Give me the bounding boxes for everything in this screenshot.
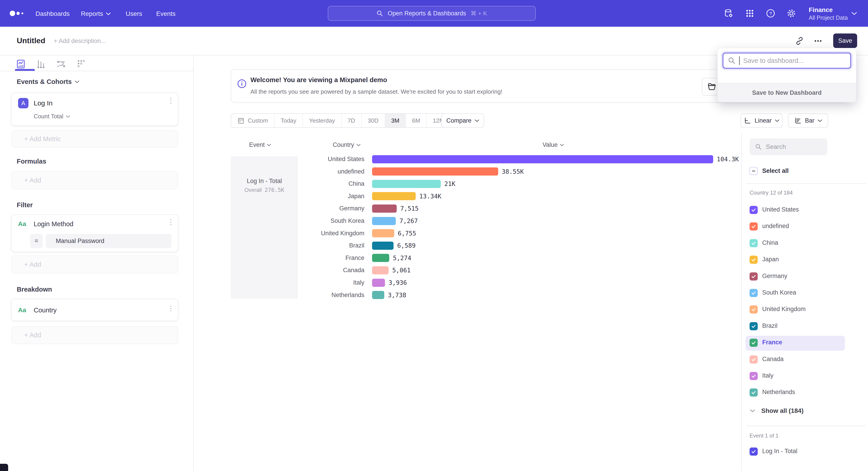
legend-label-italy[interactable]: Italy bbox=[762, 372, 774, 379]
filter-card-login-method[interactable]: Aa Login Method ⋮ = Manual Password bbox=[11, 214, 178, 252]
legend-label-south-korea[interactable]: South Korea bbox=[762, 289, 796, 296]
column-header-value[interactable]: Value bbox=[542, 141, 564, 148]
chart-type-selector-bar[interactable]: Bar bbox=[788, 113, 828, 128]
legend-label-log-in---total[interactable]: Log In - Total bbox=[762, 448, 798, 455]
breakdown-card-country[interactable]: Aa Country ⋮ bbox=[11, 299, 178, 321]
bar-value: 21K bbox=[444, 180, 456, 187]
bar[interactable] bbox=[372, 279, 385, 287]
legend-label-united-kingdom[interactable]: United Kingdom bbox=[762, 306, 806, 313]
tab-insights-icon[interactable] bbox=[14, 57, 28, 71]
global-search-input[interactable]: Open Reports & Dashboards ⌘ + K bbox=[328, 6, 536, 21]
range-30d[interactable]: 30D bbox=[362, 114, 385, 127]
filter-kebab-icon[interactable]: ⋮ bbox=[167, 221, 172, 224]
column-header-event[interactable]: Event bbox=[249, 141, 271, 148]
nav-reports[interactable]: Reports bbox=[81, 10, 111, 18]
legend-label-canada[interactable]: Canada bbox=[762, 356, 784, 363]
bar[interactable] bbox=[372, 242, 394, 250]
select-all-label[interactable]: Select all bbox=[762, 168, 789, 174]
bar[interactable] bbox=[372, 205, 397, 213]
metric-aggregation[interactable]: Count Total bbox=[34, 113, 70, 120]
legend-label-brazil[interactable]: Brazil bbox=[762, 322, 778, 329]
bar[interactable] bbox=[372, 180, 441, 188]
range-today[interactable]: Today bbox=[275, 114, 303, 127]
add-formula-button[interactable]: + Add bbox=[11, 171, 178, 189]
range-3m[interactable]: 3M bbox=[385, 114, 406, 127]
breakdown-property-name[interactable]: Country bbox=[34, 306, 57, 314]
scale-selector-linear[interactable]: Linear bbox=[741, 113, 782, 128]
show-all-toggle[interactable]: Show all (184) bbox=[750, 407, 804, 414]
filter-property-name[interactable]: Login Method bbox=[34, 220, 73, 228]
legend-checkbox-netherlands[interactable] bbox=[749, 388, 758, 396]
legend-checkbox-undefined[interactable] bbox=[749, 223, 758, 231]
legend-checkbox-united-kingdom[interactable] bbox=[749, 305, 758, 314]
data-management-icon[interactable] bbox=[723, 8, 734, 19]
bar[interactable] bbox=[372, 266, 389, 274]
bar[interactable] bbox=[372, 291, 384, 299]
legend-label-undefined[interactable]: undefined bbox=[762, 223, 789, 230]
legend-checkbox-japan[interactable] bbox=[749, 256, 758, 264]
more-options-icon[interactable] bbox=[811, 34, 825, 48]
bar[interactable] bbox=[372, 168, 498, 176]
report-title[interactable]: Untitled bbox=[17, 36, 45, 45]
filter-operator[interactable]: = bbox=[30, 234, 43, 248]
metric-card-log-in[interactable]: A Log In ⋮ Count Total bbox=[11, 92, 178, 126]
bar[interactable] bbox=[372, 155, 713, 163]
legend-checkbox-canada[interactable] bbox=[749, 355, 758, 363]
range-6m[interactable]: 6M bbox=[406, 114, 427, 127]
bar[interactable] bbox=[372, 217, 396, 225]
events-cohorts-header[interactable]: Events & Cohorts bbox=[17, 78, 79, 86]
apps-grid-icon[interactable] bbox=[745, 8, 755, 19]
save-to-dashboard-input[interactable]: Save to dashboard... bbox=[723, 53, 851, 68]
filter-value[interactable]: Manual Password bbox=[46, 234, 172, 248]
settings-gear-icon[interactable] bbox=[786, 8, 797, 19]
legend-label-united-states[interactable]: United States bbox=[762, 206, 799, 213]
legend-search-input[interactable]: Search bbox=[749, 139, 827, 155]
add-breakdown-button[interactable]: + Add bbox=[11, 326, 178, 344]
legend-checkbox-italy[interactable] bbox=[749, 372, 758, 380]
range-yesterday[interactable]: Yesterday bbox=[303, 114, 342, 127]
column-header-country[interactable]: Country bbox=[333, 141, 361, 148]
range-7d[interactable]: 7D bbox=[342, 114, 362, 127]
copy-link-icon[interactable] bbox=[793, 34, 807, 48]
legend-checkbox-france[interactable] bbox=[749, 338, 758, 347]
add-metric-button[interactable]: + Add Metric bbox=[11, 130, 178, 147]
breakdown-kebab-icon[interactable]: ⋮ bbox=[167, 307, 172, 310]
save-button[interactable]: Save bbox=[833, 33, 857, 48]
corner-widget-partial[interactable] bbox=[0, 464, 8, 471]
project-chevron-icon[interactable] bbox=[851, 12, 857, 16]
bar[interactable] bbox=[372, 192, 416, 200]
tab-retention-icon[interactable] bbox=[74, 57, 88, 71]
metric-event-name[interactable]: Log In bbox=[34, 99, 53, 107]
project-switcher[interactable]: Finance All Project Data bbox=[809, 6, 848, 21]
legend-checkbox-brazil[interactable] bbox=[749, 322, 758, 330]
range-custom[interactable]: Custom bbox=[231, 114, 275, 127]
legend-label-china[interactable]: China bbox=[762, 239, 778, 246]
nav-users[interactable]: Users bbox=[126, 10, 142, 18]
select-all-checkbox[interactable] bbox=[749, 167, 758, 175]
legend-label-france[interactable]: France bbox=[762, 339, 782, 346]
legend-checkbox-united-states[interactable] bbox=[749, 206, 758, 214]
legend-checkbox-china[interactable] bbox=[749, 239, 758, 247]
tab-flows-icon[interactable] bbox=[54, 57, 68, 71]
legend-label-germany[interactable]: Germany bbox=[762, 273, 787, 279]
bar[interactable] bbox=[372, 229, 394, 237]
chart-row-united-kingdom: United Kingdom6,755 bbox=[301, 227, 416, 240]
add-filter-button[interactable]: + Add bbox=[11, 256, 178, 273]
mixpanel-logo-icon[interactable] bbox=[9, 10, 25, 17]
legend-checkbox-germany[interactable] bbox=[749, 272, 758, 281]
event-series-cell[interactable]: Log In - Total Overall 276.5K bbox=[231, 156, 298, 299]
legend-checkbox-south-korea[interactable] bbox=[749, 289, 758, 297]
save-to-new-dashboard-button[interactable]: Save to New Dashboard bbox=[718, 83, 856, 102]
help-icon[interactable]: ? bbox=[765, 8, 776, 19]
metric-kebab-icon[interactable]: ⋮ bbox=[167, 99, 172, 102]
chart-row-canada: Canada5,061 bbox=[301, 264, 411, 276]
add-description[interactable]: + Add description... bbox=[54, 37, 106, 45]
tab-funnels-icon[interactable] bbox=[34, 57, 48, 71]
compare-button[interactable]: Compare bbox=[441, 113, 484, 128]
nav-dashboards[interactable]: Dashboards bbox=[35, 10, 70, 18]
bar[interactable] bbox=[372, 254, 389, 262]
legend-checkbox-log-in---total[interactable] bbox=[749, 447, 758, 455]
legend-label-japan[interactable]: Japan bbox=[762, 256, 779, 263]
legend-label-netherlands[interactable]: Netherlands bbox=[762, 389, 795, 396]
nav-events[interactable]: Events bbox=[156, 10, 176, 18]
